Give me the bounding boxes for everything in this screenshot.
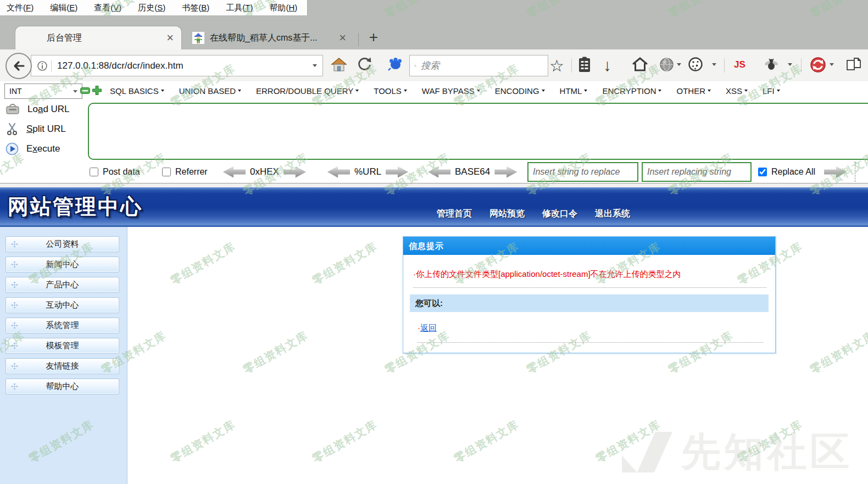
sidebar-item-product-center[interactable]: 产品中心	[5, 277, 119, 293]
replace-run-arrow-icon[interactable]	[824, 166, 847, 178]
label-key: x	[32, 143, 37, 154]
identity-caret-icon[interactable]	[677, 63, 681, 66]
replace-all-checkbox[interactable]	[758, 168, 767, 176]
url-bar[interactable]	[31, 55, 323, 76]
library-button[interactable]	[578, 57, 591, 73]
replace-target-input[interactable]	[642, 162, 752, 182]
hackbar-menu-other[interactable]: OTHER	[676, 86, 711, 96]
menu-edit[interactable]: 编辑(E)	[50, 3, 77, 13]
home-bookmark-button[interactable]	[331, 57, 347, 73]
sidebar-item-company-info[interactable]: 公司资料	[5, 236, 119, 252]
url-encode-arrow-icon[interactable]	[386, 166, 409, 178]
cookie-caret-icon[interactable]	[712, 63, 716, 66]
tab-divider	[358, 33, 359, 46]
hackbar-payload-textarea[interactable]	[88, 103, 868, 160]
js-toggle-button[interactable]: JS	[734, 59, 745, 70]
menu-help[interactable]: 帮助(H)	[269, 3, 297, 13]
close-icon[interactable]: ×	[339, 32, 346, 43]
menu-history[interactable]: 历史(S)	[138, 3, 165, 13]
hackbar-menu-encryption[interactable]: ENCRYPTION	[602, 86, 661, 96]
hackbar-menu-lfi[interactable]: LFI	[763, 86, 780, 96]
sidebar-item-interaction-center[interactable]: 互动中心	[5, 297, 119, 313]
load-url-button[interactable]: Load URL	[5, 101, 70, 118]
drag-cross-icon	[12, 322, 18, 329]
hackbar-menu-union-based[interactable]: UNION BASED	[179, 86, 241, 96]
base64-decode-arrow-icon[interactable]	[427, 166, 450, 178]
identity-button[interactable]	[659, 57, 674, 72]
hackbar-menu-error-query[interactable]: ERROR/DOUBLE QUERY	[256, 86, 359, 96]
execute-button[interactable]: Execute	[5, 141, 60, 157]
bug-addon-button[interactable]	[764, 57, 779, 71]
split-url-button[interactable]: Split URL	[5, 121, 66, 137]
menu-bookmarks[interactable]: 书签(B)	[182, 3, 209, 13]
execute-play-icon	[5, 142, 19, 155]
hackbar-remove-icon[interactable]	[80, 87, 90, 94]
nav-change-password[interactable]: 修改口令	[542, 208, 577, 220]
hackbar-menu-tools[interactable]: TOOLS	[374, 86, 407, 96]
tab-admin[interactable]: 后台管理 ×	[15, 26, 181, 49]
back-button[interactable]	[5, 53, 32, 79]
tab-help[interactable]: 在线帮助_稻草人cms基于... ×	[186, 26, 354, 49]
hex-decode-arrow-icon[interactable]	[222, 166, 246, 178]
replace-all-option[interactable]: Replace All	[758, 161, 847, 183]
sidebar-item-system-admin[interactable]: 系统管理	[5, 318, 119, 333]
menu-tools[interactable]: 工具(T)	[226, 3, 253, 13]
search-box[interactable]	[409, 55, 548, 76]
hackbar-add-icon[interactable]	[92, 86, 102, 95]
hackbar-menu-sql-basics[interactable]: SQL BASICS	[110, 86, 164, 96]
menu-strip: 文件(F) 编辑(E) 查看(V) 历史(S) 书签(B) 工具(T) 帮助(H…	[0, 0, 308, 15]
drag-cross-icon	[12, 241, 18, 247]
hex-encode-arrow-icon[interactable]	[283, 166, 307, 178]
menu-view[interactable]: 查看(V)	[94, 3, 121, 13]
url-input[interactable]	[55, 60, 313, 71]
referrer-checkbox[interactable]	[162, 168, 171, 176]
proxy-caret-icon[interactable]	[830, 63, 834, 66]
hackbar-mode-select[interactable]: INT	[4, 84, 82, 99]
replace-all-label: Replace All	[771, 167, 815, 177]
bug-caret-icon[interactable]	[788, 63, 792, 66]
post-data-option[interactable]: Post data	[90, 161, 140, 183]
hackbar-menu-xss[interactable]: XSS	[726, 86, 748, 96]
menu-caret-icon	[584, 90, 587, 92]
base64-encode-arrow-icon[interactable]	[494, 166, 518, 178]
proxy-addon-button[interactable]	[810, 57, 826, 73]
downloads-button[interactable]: ↓	[603, 56, 611, 75]
menu-file-text2: )	[31, 3, 34, 12]
nav-site-preview[interactable]: 网站预览	[489, 208, 525, 220]
sidebar-item-news-center[interactable]: 新闻中心	[5, 257, 119, 272]
hackbar-menu-encoding[interactable]: ENCODING	[495, 86, 545, 96]
close-icon[interactable]: ×	[166, 32, 174, 43]
library-clipboard-icon	[578, 57, 591, 73]
pages-addon-button[interactable]	[845, 57, 861, 73]
site-banner: 网站管理中心 管理首页 网站预览 修改口令 退出系统	[0, 187, 868, 227]
bookmark-star-button[interactable]: ☆	[549, 56, 564, 75]
menu-file[interactable]: 文件(F)	[7, 3, 34, 13]
hackbar-menu-waf-bypass[interactable]: WAF BYPASS	[422, 86, 480, 96]
execute-label: Execute	[26, 143, 60, 154]
search-input[interactable]	[420, 60, 543, 72]
you-can-label: 您可以:	[410, 294, 769, 312]
new-tab-button[interactable]: +	[365, 29, 382, 46]
menu-history-key: S	[157, 3, 163, 12]
nav-admin-home[interactable]: 管理首页	[437, 208, 472, 220]
post-data-checkbox[interactable]	[90, 168, 98, 176]
reload-icon	[357, 56, 372, 71]
info-icon[interactable]	[37, 60, 48, 71]
nav-logout[interactable]: 退出系统	[595, 208, 630, 220]
referrer-option[interactable]: Referrer	[162, 161, 208, 183]
addon-button-blue[interactable]	[387, 56, 404, 71]
hackbar-menu-html[interactable]: HTML	[560, 86, 588, 96]
sidebar-item-help-center[interactable]: 帮助中心	[5, 379, 119, 394]
sidebar-item-template-admin[interactable]: 模板管理	[5, 338, 119, 354]
reload-button[interactable]	[357, 56, 372, 71]
replace-source-input[interactable]	[527, 162, 638, 182]
url-decode-arrow-icon[interactable]	[327, 166, 350, 178]
dashed-divider	[855, 162, 855, 182]
sidebar-item-friend-links[interactable]: 友情链接	[5, 358, 119, 374]
toolbar-divider	[724, 58, 725, 73]
menu-label: ERROR/DOUBLE QUERY	[256, 86, 353, 96]
back-link[interactable]: 返回	[420, 323, 437, 332]
home-button[interactable]	[632, 57, 648, 72]
cookie-addon-button[interactable]	[688, 57, 703, 72]
urlbar-dropdown-icon[interactable]	[313, 64, 317, 67]
